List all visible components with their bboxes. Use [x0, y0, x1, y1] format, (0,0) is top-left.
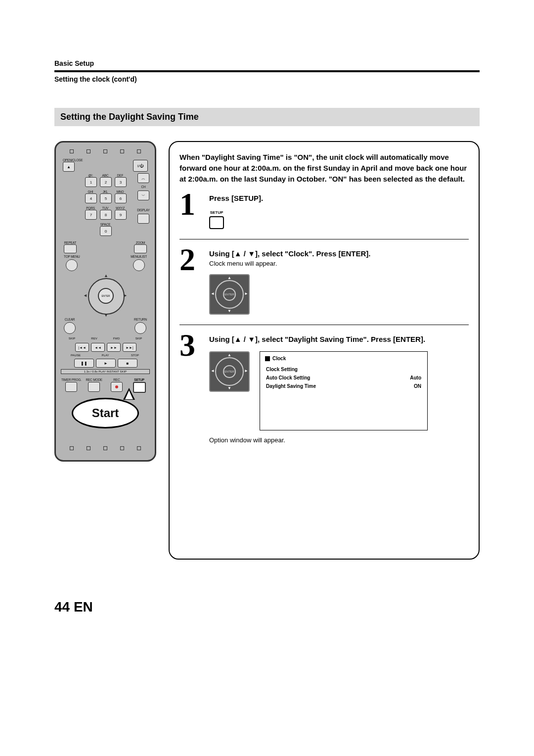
- ch-up-button[interactable]: ︿: [137, 173, 149, 183]
- label-timer-prog: TIMER PROG.: [61, 378, 82, 381]
- remote-dpad[interactable]: ENTER ▲▼◄►: [84, 274, 127, 317]
- remote-control-illustration: OPEN/CLOSE ▲ I/⏻ @!:1 ABC2 DEF3 GHI4 JKL…: [54, 141, 156, 462]
- power-button[interactable]: I/⏻: [133, 160, 148, 172]
- skip-back-button[interactable]: |◄◄: [75, 343, 89, 352]
- osd-row: Clock Setting: [265, 365, 422, 374]
- step-2-note: Clock menu will appear.: [209, 260, 469, 267]
- page-number: 44: [54, 599, 70, 614]
- label-skip-fwd: SKIP: [128, 337, 150, 340]
- fwd-button[interactable]: ►►: [107, 343, 121, 352]
- label-menu-list: MENU/LIST: [131, 255, 147, 258]
- key-5[interactable]: 5: [100, 193, 112, 203]
- step-3-number: 3: [179, 331, 204, 444]
- intro-text: When "Daylight Saving Time" is "ON", the…: [179, 152, 469, 184]
- label-top-menu: TOP MENU: [64, 255, 80, 258]
- zoom-button[interactable]: [134, 244, 147, 253]
- label-skip-back: SKIP: [61, 337, 83, 340]
- key-3[interactable]: 3: [115, 177, 127, 187]
- key-4[interactable]: 4: [85, 193, 97, 203]
- dpad-icon: ENTER ▲▼◄►: [209, 274, 250, 315]
- osd-row: Daylight Saving TimeON: [265, 382, 422, 390]
- dpad-icon: ENTER ▲▼◄►: [209, 351, 250, 392]
- rec-button[interactable]: [111, 382, 123, 392]
- step-3-foot-note: Option window will appear.: [209, 436, 469, 444]
- label-rev: REV: [83, 337, 105, 340]
- label-fwd: FWD: [105, 337, 128, 340]
- step-2: 2 Using [▲ / ▼], select "Clock". Press […: [179, 245, 469, 325]
- section-subtitle: Setting the clock (cont'd): [54, 75, 480, 83]
- label-setup: SETUP: [129, 378, 150, 381]
- osd-row: Auto Clock SettingAuto: [265, 374, 422, 382]
- step-2-number: 2: [179, 245, 204, 315]
- open-close-button[interactable]: ▲: [63, 162, 75, 172]
- play-button[interactable]: ►: [96, 359, 116, 368]
- label-stop: STOP: [120, 354, 150, 357]
- step-3-heading: Using [▲ / ▼], select "Daylight Saving T…: [209, 334, 469, 344]
- instructions-panel: When "Daylight Saving Time" is "ON", the…: [169, 141, 480, 560]
- breadcrumb: Basic Setup: [54, 59, 480, 67]
- step-2-heading: Using [▲ / ▼], select "Clock". Press [EN…: [209, 248, 469, 259]
- step-1-number: 1: [179, 190, 204, 229]
- timer-prog-button[interactable]: [65, 382, 77, 392]
- osd-title: Clock: [272, 356, 286, 361]
- enter-button[interactable]: ENTER: [98, 288, 114, 304]
- ch-down-button[interactable]: ﹀: [137, 190, 149, 200]
- step-1: 1 Press [SETUP]. SETUP: [179, 190, 469, 239]
- label-clear: CLEAR: [64, 318, 76, 321]
- page-lang: EN: [74, 599, 93, 614]
- stop-button[interactable]: ■: [118, 359, 137, 368]
- label-pause: PAUSE: [61, 354, 90, 357]
- key-9[interactable]: 9: [115, 210, 127, 220]
- key-2[interactable]: 2: [100, 177, 112, 187]
- label-rec-mode: REC MODE: [84, 378, 105, 381]
- return-button[interactable]: [134, 322, 146, 334]
- label-ch: CH: [141, 185, 146, 189]
- skip-fwd-button[interactable]: ►►|: [123, 343, 136, 352]
- strip-label: 1.3x / 0.8x PLAY INSTANT SKIP: [61, 369, 150, 374]
- label-open-close: OPEN/CLOSE: [63, 158, 83, 162]
- label-zoom: ZOOM: [134, 241, 147, 244]
- key-6[interactable]: 6: [115, 193, 127, 203]
- display-button[interactable]: [137, 214, 149, 224]
- key-1[interactable]: 1: [85, 177, 97, 187]
- label-repeat: REPEAT: [64, 241, 77, 244]
- label-rec: REC: [106, 378, 128, 381]
- label-return: RETURN: [134, 318, 147, 321]
- setup-button-icon: SETUP: [209, 210, 224, 229]
- clear-button[interactable]: [64, 322, 76, 334]
- repeat-button[interactable]: [64, 244, 77, 253]
- label-play: PLAY: [90, 354, 120, 357]
- divider: [54, 70, 480, 72]
- menu-list-button[interactable]: [133, 259, 145, 271]
- key-8[interactable]: 8: [100, 210, 112, 220]
- rec-mode-button[interactable]: [88, 382, 100, 392]
- top-menu-button[interactable]: [66, 259, 78, 271]
- pause-button[interactable]: ❚❚: [74, 359, 94, 368]
- osd-clock-menu: Clock Clock Setting Auto Clock SettingAu…: [260, 351, 428, 430]
- rev-button[interactable]: ◄◄: [91, 343, 105, 352]
- start-callout: Start: [71, 398, 140, 428]
- step-1-heading: Press [SETUP].: [209, 193, 469, 203]
- label-display: DISPLAY: [137, 208, 150, 212]
- key-0[interactable]: 0: [100, 226, 112, 236]
- section-title: Setting the Daylight Saving Time: [54, 108, 480, 126]
- key-7[interactable]: 7: [85, 210, 97, 220]
- start-callout-text: Start: [72, 398, 139, 428]
- page-footer: 44 EN: [54, 599, 480, 615]
- clock-osd-icon: [265, 356, 270, 361]
- step-3: 3 Using [▲ / ▼], select "Daylight Saving…: [179, 331, 469, 454]
